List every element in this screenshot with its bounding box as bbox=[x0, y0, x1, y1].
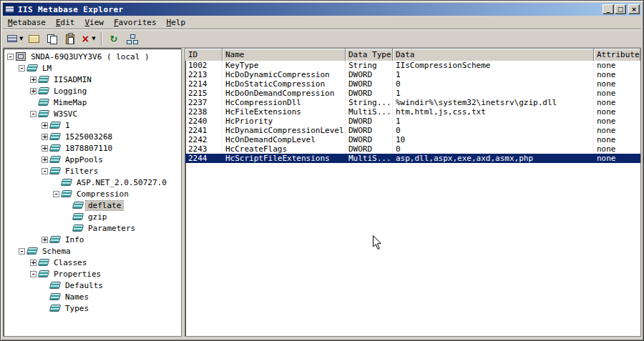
menu-item-metabase[interactable]: Metabase bbox=[3, 16, 51, 29]
tree-item-label: 1878807110 bbox=[63, 144, 114, 153]
tree-item-compression[interactable]: -Compression bbox=[4, 188, 181, 199]
expand-icon[interactable]: + bbox=[42, 145, 48, 152]
tree-item-lm[interactable]: -LM bbox=[4, 62, 181, 74]
table-row[interactable]: 2242HcOnDemandCompLevelDWORD10none bbox=[185, 135, 640, 144]
expand-icon[interactable]: + bbox=[42, 237, 48, 243]
tree-item-1525003268[interactable]: +1525003268 bbox=[4, 131, 181, 142]
close-button[interactable]: × bbox=[628, 4, 640, 14]
column-header-id[interactable]: ID bbox=[185, 49, 223, 61]
collapse-icon[interactable]: - bbox=[19, 65, 25, 71]
tree-item-filters[interactable]: -Filters bbox=[4, 165, 181, 177]
tree-item-defaults[interactable]: Defaults bbox=[4, 280, 181, 291]
column-header-data-type[interactable]: Data Type bbox=[346, 49, 393, 61]
tree-item-asp-net-2-0-50727-0[interactable]: ASP.NET_2.0.50727.0 bbox=[4, 177, 181, 188]
table-row[interactable]: 2214HcDoStaticCompressionDWORD0none bbox=[185, 79, 640, 89]
tree-item-deflate[interactable]: deflate bbox=[4, 199, 181, 211]
tree-item-mimemap[interactable]: MimeMap bbox=[4, 97, 181, 108]
node-icon bbox=[61, 190, 72, 197]
tree-item-apppools[interactable]: +AppPools bbox=[4, 154, 181, 165]
tree-item-parameters[interactable]: Parameters bbox=[4, 222, 181, 234]
tree-item-classes[interactable]: +Classes bbox=[4, 257, 181, 268]
tree-item-properties[interactable]: -Properties bbox=[4, 268, 181, 280]
cell-data-type: DWORD bbox=[346, 89, 393, 98]
dropdown-arrow-icon[interactable]: ▼ bbox=[92, 36, 95, 41]
expand-icon[interactable]: + bbox=[42, 122, 48, 129]
cell-attributes: none bbox=[594, 98, 640, 107]
node-icon bbox=[72, 213, 84, 220]
node-icon bbox=[49, 156, 61, 163]
tree-item-names[interactable]: Names bbox=[4, 291, 181, 302]
cell-attributes: none bbox=[594, 144, 640, 154]
cell-data: 1 bbox=[393, 117, 594, 126]
cell-data: 0 bbox=[393, 79, 594, 89]
table-row[interactable]: 2241HcDynamicCompressionLevelDWORD0none bbox=[185, 126, 640, 135]
expand-icon[interactable]: + bbox=[42, 157, 48, 163]
new-key-button[interactable]: ▼ bbox=[6, 31, 24, 46]
cell-id: 2237 bbox=[185, 98, 223, 107]
menu-bar: MetabaseEditViewFavoritesHelp bbox=[3, 16, 641, 29]
collapse-icon[interactable]: - bbox=[42, 168, 48, 174]
open-icon bbox=[29, 35, 39, 43]
maximize-button[interactable]: □ bbox=[615, 4, 626, 14]
table-row[interactable]: 2213HcDoDynamicCompressionDWORD1none bbox=[185, 70, 640, 79]
tree-item-iisadmin[interactable]: +IISADMIN bbox=[4, 74, 181, 85]
table-row[interactable]: 2238HcFileExtensionsMultiS...htm,html,js… bbox=[185, 107, 640, 117]
connect-button[interactable] bbox=[124, 31, 140, 46]
menu-item-edit[interactable]: Edit bbox=[51, 16, 80, 29]
table-body: 1002KeyTypeStringIIsCompressionSchemenon… bbox=[185, 61, 640, 336]
tree-item-1[interactable]: +1 bbox=[4, 119, 181, 131]
tree-item-schema[interactable]: -Schema bbox=[4, 245, 181, 257]
node-icon bbox=[49, 167, 61, 174]
menu-item-view[interactable]: View bbox=[79, 16, 109, 29]
collapse-icon[interactable]: - bbox=[30, 111, 36, 117]
tree-item-1878807110[interactable]: +1878807110 bbox=[4, 142, 181, 154]
cell-id: 2214 bbox=[185, 79, 223, 89]
table-row[interactable]: 2244HcScriptFileExtensionsMultiS...asp,d… bbox=[185, 154, 640, 163]
title-bar[interactable]: IIS Metabase Explorer _ □ × bbox=[3, 3, 641, 16]
cell-id: 2215 bbox=[185, 89, 223, 98]
column-header-name[interactable]: Name bbox=[223, 49, 346, 61]
cell-data-type: MultiS... bbox=[346, 107, 393, 117]
collapse-icon[interactable]: - bbox=[53, 191, 59, 197]
cell-data: 0 bbox=[393, 126, 594, 135]
copy-button[interactable] bbox=[44, 31, 60, 46]
metabase-tree-panel: -SNDA-69Q3UYY3V6 ( local )-LM+IISADMIN+L… bbox=[3, 48, 182, 337]
tree-item-w3svc[interactable]: -W3SVC bbox=[4, 108, 181, 119]
collapse-icon[interactable]: - bbox=[19, 248, 25, 254]
column-header-data[interactable]: Data bbox=[393, 49, 594, 61]
table-row[interactable]: 2243HcCreateFlagsDWORD0none bbox=[185, 144, 640, 154]
menu-item-help[interactable]: Help bbox=[162, 16, 191, 29]
tree-item-types[interactable]: Types bbox=[4, 302, 181, 314]
cell-data: 10 bbox=[393, 135, 594, 144]
tree-item-snda-69q3uyy3v6-local[interactable]: -SNDA-69Q3UYY3V6 ( local ) bbox=[4, 51, 181, 62]
node-icon bbox=[38, 87, 49, 94]
tree-item-info[interactable]: +Info bbox=[4, 234, 181, 245]
expand-icon[interactable]: + bbox=[30, 76, 36, 83]
delete-button[interactable]: ×▼ bbox=[79, 31, 97, 46]
expand-icon[interactable]: + bbox=[42, 134, 48, 140]
open-button[interactable] bbox=[26, 31, 42, 46]
expand-icon[interactable]: + bbox=[30, 260, 36, 266]
dropdown-arrow-icon[interactable]: ▼ bbox=[19, 36, 23, 41]
table-header: IDNameData TypeDataAttributes bbox=[185, 49, 640, 61]
paste-button[interactable] bbox=[62, 31, 78, 46]
tree-item-logging[interactable]: +Logging bbox=[4, 85, 181, 97]
toolbar-separator bbox=[101, 32, 102, 46]
collapse-icon[interactable]: - bbox=[30, 271, 36, 277]
menu-item-favorites[interactable]: Favorites bbox=[109, 16, 162, 29]
cell-name: HcCompressionDll bbox=[223, 98, 346, 107]
table-row[interactable]: 1002KeyTypeStringIIsCompressionSchemenon… bbox=[185, 61, 640, 70]
collapse-icon[interactable]: - bbox=[7, 54, 14, 60]
cell-attributes: none bbox=[594, 79, 640, 89]
minimize-button[interactable]: _ bbox=[602, 4, 614, 14]
cell-data: asp,dll,aspx,exe,axd,asmx,php bbox=[393, 154, 594, 163]
tree-item-gzip[interactable]: gzip bbox=[4, 211, 181, 222]
expand-icon[interactable]: + bbox=[30, 88, 36, 94]
column-header-attributes[interactable]: Attributes bbox=[594, 49, 640, 61]
refresh-button[interactable]: ↻ bbox=[106, 31, 122, 46]
table-row[interactable]: 2237HcCompressionDllString...%windir%\sy… bbox=[185, 98, 640, 107]
node-icon bbox=[72, 202, 84, 209]
table-row[interactable]: 2240HcPriorityDWORD1none bbox=[185, 117, 640, 126]
cell-attributes: none bbox=[594, 117, 640, 126]
table-row[interactable]: 2215HcDoOnDemandCompressionDWORD1none bbox=[185, 89, 640, 98]
